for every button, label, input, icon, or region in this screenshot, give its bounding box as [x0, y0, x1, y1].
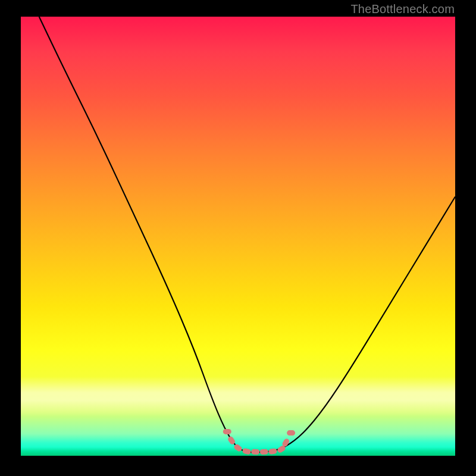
valley-marker [287, 430, 295, 436]
valley-marker-group [223, 429, 295, 455]
valley-marker [242, 448, 252, 455]
valley-marker [223, 429, 231, 434]
valley-marker [251, 449, 259, 455]
valley-marker [260, 449, 268, 455]
bottleneck-curve [39, 17, 455, 452]
chart-frame: TheBottleneck.com [0, 0, 476, 476]
watermark-text: TheBottleneck.com [350, 2, 455, 16]
valley-marker [268, 448, 277, 455]
curve-layer [21, 17, 455, 456]
plot-area [21, 17, 455, 456]
